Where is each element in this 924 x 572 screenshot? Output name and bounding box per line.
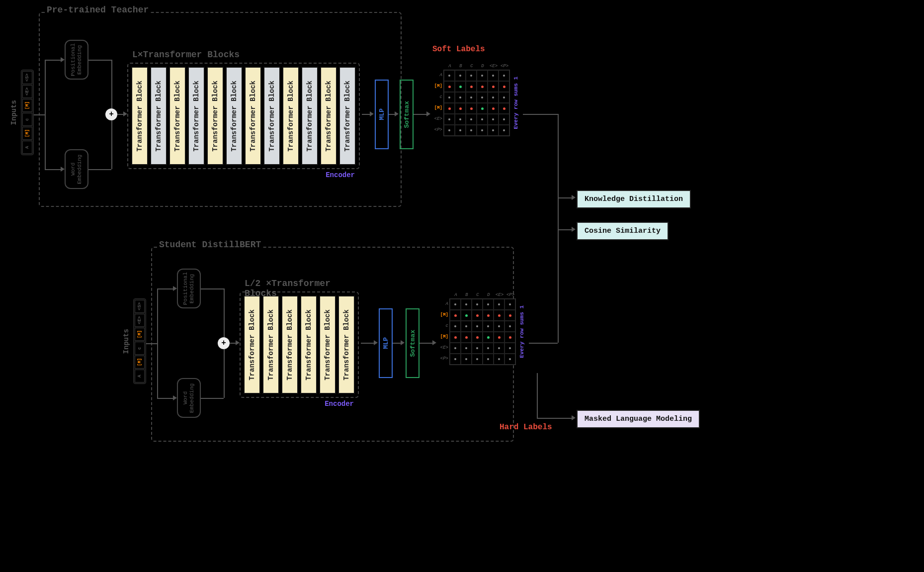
arrow-head-icon bbox=[236, 340, 240, 345]
arrow-head-icon bbox=[572, 227, 576, 232]
transformer-block: Transformer Block bbox=[245, 67, 261, 165]
grid-cell bbox=[504, 343, 515, 354]
transformer-block: Transformer Block bbox=[244, 295, 260, 394]
grid-cell bbox=[494, 354, 504, 365]
grid-row-label: [M] bbox=[432, 102, 442, 113]
grid-cell bbox=[472, 321, 483, 332]
teacher-soft-labels-title: Soft Labels bbox=[432, 45, 485, 54]
grid-col-label: A bbox=[450, 292, 461, 297]
input-token: A bbox=[22, 141, 32, 154]
grid-cell bbox=[450, 332, 461, 343]
grid-col-label: D bbox=[483, 292, 494, 297]
arrow-head-icon bbox=[61, 167, 65, 172]
connector-line bbox=[558, 233, 559, 343]
grid-cell bbox=[455, 114, 466, 125]
student-encoder: L/2 ×Transformer Blocks Transformer Bloc… bbox=[240, 291, 359, 398]
grid-row-label: [M] bbox=[438, 309, 448, 320]
grid-cell bbox=[444, 81, 455, 92]
teacher-inputs: Inputs <S> <E> [M] c [M] A bbox=[10, 70, 34, 155]
grid-cell bbox=[455, 81, 466, 92]
grid-cell bbox=[461, 343, 472, 354]
grid-row-label: A bbox=[432, 70, 442, 81]
grid-row-label: c bbox=[438, 320, 448, 331]
grid-cell bbox=[466, 70, 477, 81]
student-softmax: Softmax bbox=[406, 308, 420, 378]
word-embedding-label: Word Embedding bbox=[70, 150, 83, 188]
grid-row-label: <P> bbox=[432, 124, 442, 135]
teacher-softlabels-grid: A B C D <E> <P> A [M] c [M] <E> <P> Ever… bbox=[432, 64, 519, 136]
connector-line bbox=[88, 60, 111, 61]
grid-cell bbox=[450, 310, 461, 321]
grid-cell bbox=[499, 125, 509, 136]
arrow-head-icon bbox=[432, 340, 436, 345]
grid-cell bbox=[483, 299, 494, 310]
grid-col-label: <E> bbox=[494, 292, 505, 297]
grid-cell bbox=[455, 70, 466, 81]
grid-cell bbox=[483, 321, 494, 332]
transformer-block: Transformer Block bbox=[339, 67, 356, 165]
transformer-block: Transformer Block bbox=[262, 295, 279, 394]
student-mlp: MLP bbox=[379, 308, 393, 378]
grid-cell bbox=[461, 310, 472, 321]
connector-line bbox=[224, 349, 225, 398]
transformer-block: Transformer Block bbox=[207, 67, 224, 165]
grid-cell bbox=[494, 299, 504, 310]
transformer-block: Transformer Block bbox=[281, 295, 298, 394]
grid-cell bbox=[488, 125, 499, 136]
cosine-similarity-box: Cosine Similarity bbox=[577, 222, 669, 240]
grid-col-label: <E> bbox=[488, 64, 499, 69]
connector-line bbox=[45, 169, 61, 170]
teacher-word-embedding: Word Embedding bbox=[65, 149, 88, 189]
grid-cell bbox=[444, 70, 455, 81]
grid-cell bbox=[450, 299, 461, 310]
teacher-positional-embedding: Positional Embedding bbox=[65, 40, 88, 80]
teacher-encoder-title: L×Transformer Blocks bbox=[132, 50, 240, 60]
teacher-plus-icon: + bbox=[105, 108, 117, 120]
arrow-head-icon bbox=[173, 286, 177, 291]
transformer-block: Transformer Block bbox=[263, 67, 280, 165]
grid-cells bbox=[449, 298, 516, 365]
input-token: <S> bbox=[22, 71, 32, 84]
transformer-block: Transformer Block bbox=[150, 67, 167, 165]
student-section-label: Student DistillBERT bbox=[157, 240, 263, 250]
teacher-inputs-col: <S> <E> [M] c [M] A bbox=[21, 70, 34, 155]
grid-cell bbox=[461, 354, 472, 365]
connector-line bbox=[157, 288, 173, 289]
grid-cell bbox=[499, 81, 509, 92]
grid-cell bbox=[450, 343, 461, 354]
grid-row-label: [M] bbox=[438, 331, 448, 342]
student-labels-grid: A B C D <E> <P> A [M] c [M] <E> <P> Ever… bbox=[438, 292, 525, 365]
grid-cell bbox=[488, 92, 499, 103]
input-token: [M] bbox=[22, 127, 32, 140]
grid-cell bbox=[472, 299, 483, 310]
transformer-block: Transformer Block bbox=[320, 67, 337, 165]
grid-cell bbox=[455, 92, 466, 103]
connector-line bbox=[157, 288, 158, 398]
grid-cell bbox=[466, 114, 477, 125]
arrow-head-icon bbox=[61, 57, 65, 62]
student-plus-icon: + bbox=[218, 337, 230, 349]
grid-cell bbox=[499, 70, 509, 81]
grid-column-headers: A B C D <E> <P> bbox=[444, 64, 519, 69]
connector-line bbox=[414, 114, 427, 115]
connector-line bbox=[45, 60, 46, 169]
grid-cell bbox=[477, 70, 488, 81]
grid-cell bbox=[494, 310, 504, 321]
grid-cell bbox=[466, 103, 477, 114]
grid-cell bbox=[461, 332, 472, 343]
grid-cell bbox=[466, 125, 477, 136]
input-token: [M] bbox=[22, 99, 32, 112]
grid-cell bbox=[450, 321, 461, 332]
grid-row-headers: A [M] c [M] <E> <P> bbox=[438, 298, 448, 365]
grid-cell bbox=[466, 81, 477, 92]
arrow-head-icon bbox=[123, 111, 127, 116]
grid-cell bbox=[472, 332, 483, 343]
grid-cell bbox=[444, 92, 455, 103]
transformer-block: Transformer Block bbox=[188, 67, 205, 165]
grid-cell bbox=[472, 343, 483, 354]
grid-row-label: <P> bbox=[438, 353, 448, 364]
connector-line bbox=[537, 418, 573, 419]
grid-cell bbox=[450, 354, 461, 365]
encoder-sublabel: Encoder bbox=[326, 171, 355, 179]
student-word-embedding: Word Embedding bbox=[177, 378, 201, 418]
